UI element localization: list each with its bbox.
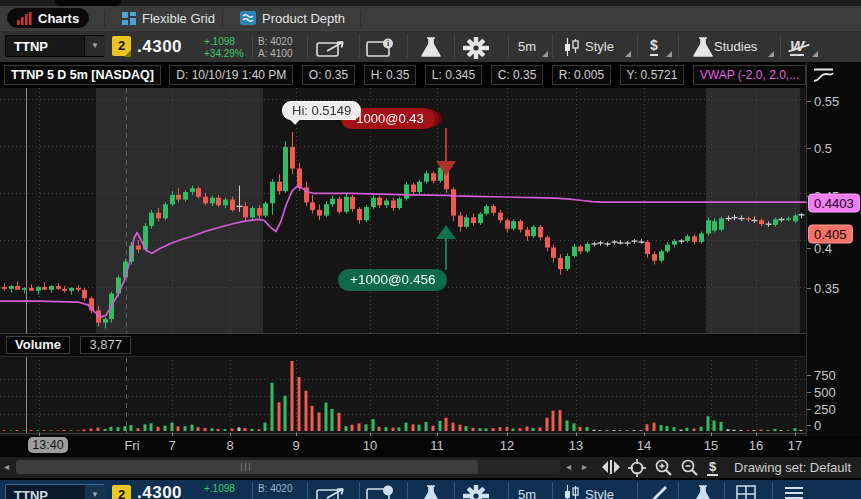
toolbar-separator [678,34,679,58]
price-axis-label: 500 [814,385,836,400]
axis-tick [807,248,811,249]
change-percent: +34.29% [204,48,244,60]
chart-note-button[interactable]: i [366,38,400,58]
toolbar-separator [780,34,781,58]
pan-mode-icon[interactable] [600,459,622,475]
chart-style-icon[interactable] [564,38,580,56]
time-axis[interactable]: 13:40 Fri7891011121314151617 [0,436,861,456]
product-depth-icon [240,11,256,25]
tab-charts[interactable]: Charts [7,8,89,28]
pattern-curve-icon[interactable] [812,67,836,84]
bottom-timeframe[interactable]: 5m [518,487,536,499]
axis-tick [807,148,811,149]
toolbar-separator [637,34,638,58]
bottom-separator [407,482,408,499]
toolbar-separator [407,34,408,58]
price-change: +.1098 +34.29% [204,36,244,60]
header-open: O: 0.35 [302,65,355,85]
bid-value: B: 4020 [258,36,292,48]
bottom-separator [772,482,773,499]
quick-study-flask-icon[interactable] [418,37,444,58]
scroll-step-left[interactable]: ◂ [566,461,571,472]
axis-tick [807,409,811,410]
header-prev-close: Y: 0.5721 [620,65,685,85]
toolbar-separator [252,34,253,58]
h-scrollbar[interactable] [16,460,560,474]
scroll-left-arrow[interactable]: ◂ [4,461,9,472]
header-high: H: 0.35 [364,65,417,85]
bottom-style-label[interactable]: Style [585,487,614,499]
bottom-studies-flask-icon[interactable] [690,485,716,499]
last-price: .4300 [137,37,182,57]
zoom-out-icon[interactable] [680,459,699,477]
zoom-in-icon[interactable] [654,459,673,477]
bottom-symbol-caret[interactable]: ▼ [84,485,105,499]
chart-title: TTNP 5 D 5m [NASDAQ] [4,65,161,85]
buy-order-bubble[interactable]: +1000@0.456 [338,269,447,291]
thinkorswim-charts-window: Charts Flexible Grid Product Depth TTNP … [0,0,861,499]
dropdown-caret [812,51,818,57]
buy-sell-dollar-icon[interactable]: $ [707,459,718,476]
tab-flexible-grid-label: Flexible Grid [142,11,215,26]
bottom-note-icon[interactable] [366,485,400,499]
time-axis-label: 7 [168,438,175,453]
tab-product-depth[interactable]: Product Depth [230,8,355,28]
bottom-pencil-icon[interactable] [650,485,670,499]
dropdown-caret [666,51,672,57]
time-axis-label: 9 [292,438,299,453]
trade-dollar-button[interactable]: $ [650,37,658,56]
volume-pane-header: Volume 3,877 [0,333,806,357]
share-button[interactable] [316,38,352,58]
studies-button[interactable]: Studies [714,39,757,54]
tab-bar: Charts Flexible Grid Product Depth [0,6,861,31]
tab-separator [222,10,223,27]
bottom-flask-icon[interactable] [418,485,444,499]
timeframe-button[interactable]: 5m [518,39,536,54]
chart-status-row: ◂ ◂ ▸ $ Drawing set: De [0,456,861,478]
bottom-share-icon[interactable] [316,485,352,499]
time-axis-label: 12 [500,438,514,453]
scroll-step-right[interactable]: ▸ [582,461,587,472]
vwap-price-bubble: 0.4403 [808,194,860,213]
studies-flask-icon[interactable] [690,37,716,58]
bottom-style-icon[interactable] [564,485,580,499]
last-price-bubble: 0.405 [808,225,853,244]
price-chart-canvas[interactable] [0,88,806,436]
bottom-gear-icon[interactable] [463,485,489,499]
time-axis-label: 17 [788,438,802,453]
time-cursor-label: 13:40 [28,437,68,453]
settings-gear-icon[interactable] [463,37,489,59]
bottom-menu-icon[interactable] [784,485,804,499]
toolbar-separator [552,34,553,58]
tab-flexible-grid[interactable]: Flexible Grid [112,8,225,28]
toolbar-separator [508,34,509,58]
drawings-button[interactable]: W [790,37,804,55]
price-axis-label: 0.5 [814,141,832,156]
scroll-thumb[interactable] [16,460,478,474]
buy-arrow-icon [436,225,456,239]
thumb-grip [245,463,246,471]
thumb-grip [249,463,250,471]
bottom-separator [678,482,679,499]
price-axis[interactable]: 0.550.50.450.40.357505002500 0.4403 0.40… [806,62,861,456]
study-label-vwap[interactable]: VWAP (-2.0, 2.0,... [693,65,806,85]
price-axis-label: 0 [814,418,821,433]
high-price-tooltip: Hi: 0.5149 [282,101,361,120]
dropdown-caret [625,51,631,57]
toolbar-separator [454,34,455,58]
style-button[interactable]: Style [585,39,614,54]
bottom-separator [724,482,725,499]
header-date: D: 10/10/19 1:40 PM [169,65,293,85]
time-axis-label: 11 [430,438,444,453]
symbol-dropdown-caret[interactable]: ▼ [84,36,105,56]
time-axis-label: Fri [124,438,139,453]
bottom-grid-icon[interactable] [736,485,756,499]
crosshair-target-icon[interactable] [628,459,646,477]
drawing-set-label[interactable]: Drawing set: Default [734,460,861,475]
sell-arrow-line [445,128,447,162]
price-axis-label: 750 [814,368,836,383]
header-low: L: 0.345 [425,65,482,85]
bottom-last-price: .4300 [137,483,182,499]
bottom-l2-badge[interactable]: 2 [112,485,131,499]
bottom-separator [359,482,360,499]
